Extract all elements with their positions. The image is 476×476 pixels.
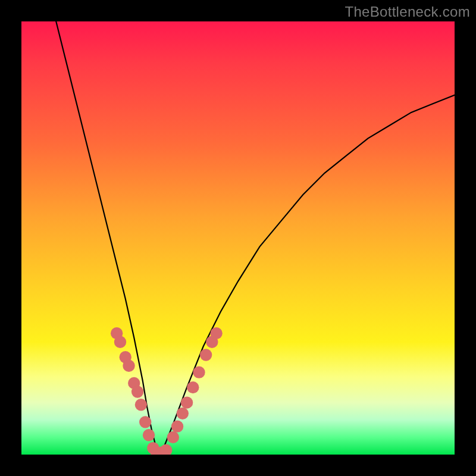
marker-dot xyxy=(143,429,155,441)
marker-dot xyxy=(200,349,212,361)
marker-dots xyxy=(111,327,223,455)
watermark-text: TheBottleneck.com xyxy=(345,4,470,20)
chart-frame: TheBottleneck.com xyxy=(0,0,476,476)
marker-dot xyxy=(114,336,126,348)
marker-dot xyxy=(171,420,183,432)
marker-dot xyxy=(187,381,199,393)
marker-dot xyxy=(210,327,222,339)
marker-dot xyxy=(131,386,143,397)
plot-area xyxy=(21,21,455,455)
marker-dot xyxy=(160,444,172,455)
marker-dot xyxy=(193,366,205,378)
curve-layer xyxy=(21,21,455,455)
bottleneck-curve xyxy=(56,21,455,455)
marker-dot xyxy=(139,416,151,428)
marker-dot xyxy=(135,399,147,411)
marker-dot xyxy=(167,431,179,443)
marker-dot xyxy=(177,408,189,419)
marker-dot xyxy=(123,360,134,372)
marker-dot xyxy=(181,396,193,408)
